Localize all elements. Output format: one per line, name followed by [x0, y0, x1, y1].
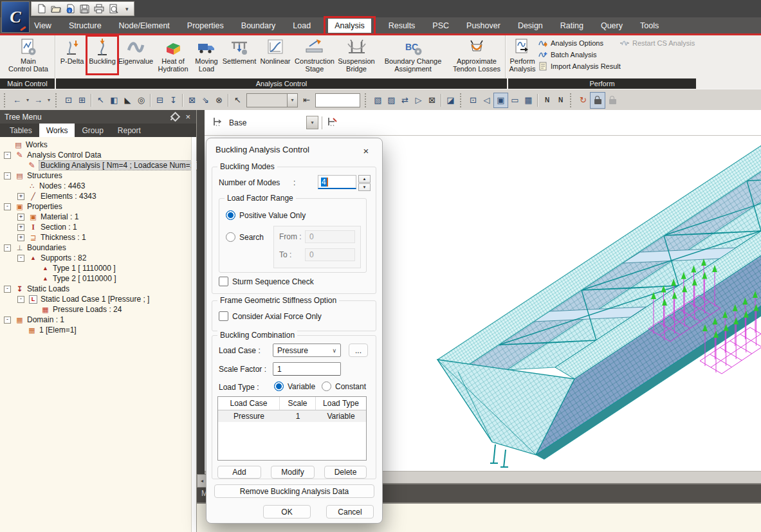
menu-structure[interactable]: Structure — [69, 21, 102, 30]
panel-splitter[interactable] — [197, 110, 205, 532]
activate-reverse-button[interactable]: ⇄ — [398, 93, 412, 107]
remove-buckling-analysis-data-button[interactable]: Remove Buckling Analysis Data — [214, 484, 374, 498]
ok-button[interactable]: OK — [263, 505, 311, 518]
main-control-data-button[interactable]: Main Control Data — [3, 35, 54, 78]
iso-view-button[interactable]: ▣ — [493, 93, 508, 108]
menu-boundary[interactable]: Boundary — [241, 21, 276, 30]
tree-item-static-loads[interactable]: -↧Static Loads — [0, 284, 196, 294]
constant-radio[interactable]: Constant — [322, 381, 366, 391]
table-row[interactable]: Pressure 1 Variable — [218, 410, 366, 422]
node-table-button[interactable]: ⊡ — [62, 93, 75, 107]
project-info-icon[interactable]: i — [66, 4, 75, 14]
qat-dropdown-icon[interactable]: ▾ — [125, 6, 129, 12]
tree-expander[interactable]: - — [17, 255, 24, 262]
menu-query[interactable]: Query — [601, 21, 623, 30]
initial-view-button[interactable]: ⊡ — [466, 93, 480, 107]
consider-axial-force-checkbox[interactable]: Consider Axial Force Only — [219, 311, 322, 321]
eigenvalue-button[interactable]: Eigenvalue — [117, 35, 154, 78]
tree-scrollbar[interactable] — [191, 137, 196, 532]
undo-caret-icon[interactable]: ▾ — [24, 93, 32, 107]
batch-analysis-button[interactable]: Batch Analysis — [538, 50, 621, 59]
menu-pushover[interactable]: Pushover — [466, 21, 500, 30]
menu-rating[interactable]: Rating — [560, 21, 583, 30]
tree-item-domain-1[interactable]: ▦1 [Elem=1] — [0, 325, 196, 335]
construction-stage-button[interactable]: Construction Stage — [293, 35, 336, 78]
tree-item-section[interactable]: +ISection : 1 — [0, 222, 196, 232]
p-delta-button[interactable]: P-Delta — [57, 35, 87, 78]
tree-item-static-load-case[interactable]: -LStatic Load Case 1 [Pressure ; ] — [0, 294, 196, 304]
activate-identity-button[interactable]: ⊠ — [425, 93, 439, 107]
analysis-options-button[interactable]: Analysis Options — [538, 39, 621, 48]
tree-expander[interactable]: + — [17, 234, 24, 241]
modify-button[interactable]: Modify — [271, 466, 315, 479]
open-file-icon[interactable] — [51, 4, 61, 14]
node-number-button[interactable]: N — [540, 93, 554, 107]
tree-expander[interactable]: - — [17, 296, 24, 303]
zoom-fit-button[interactable]: ◪ — [444, 93, 457, 107]
menu-load[interactable]: Load — [293, 21, 311, 30]
tree-expander[interactable]: - — [4, 152, 11, 159]
select-single-button[interactable]: ↖ — [94, 93, 107, 107]
perform-analysis-button[interactable]: Perform Analysis — [507, 35, 538, 78]
tree-item-properties[interactable]: -▣Properties — [0, 201, 196, 212]
menu-psc[interactable]: PSC — [432, 21, 449, 30]
tree-expander[interactable]: - — [4, 316, 11, 324]
stage-name[interactable]: Base — [229, 118, 246, 127]
to-field[interactable]: 0 — [305, 248, 355, 261]
save-icon[interactable] — [80, 4, 89, 14]
variable-radio[interactable]: Variable — [274, 381, 315, 391]
cancel-button[interactable]: Cancel — [326, 505, 374, 518]
tree-item-domain[interactable]: -▦Domain : 1 — [0, 315, 196, 325]
tree-item-support-type1[interactable]: ▲Type 1 [ 1110000 ] — [0, 263, 196, 273]
tree-item-structures[interactable]: -▤Structures — [0, 170, 196, 181]
print-preview-icon[interactable] — [109, 4, 118, 14]
tree-expander[interactable]: + — [17, 214, 24, 221]
tree-expander[interactable]: - — [4, 286, 11, 293]
select-all-button[interactable]: ⊠ — [185, 93, 199, 107]
dialog-close-icon[interactable]: × — [356, 142, 376, 159]
tree-item-buckling-analysis[interactable]: ✎Buckling Analysis [ Nm=4 ; Loadcase Num… — [0, 160, 196, 170]
select-intersect-button[interactable]: ◎ — [134, 93, 148, 107]
unselect-all-button[interactable]: ⊗ — [212, 93, 226, 107]
heat-of-hydration-button[interactable]: Heat of Hydration — [154, 35, 192, 78]
approximate-tendon-losses-button[interactable]: Approximate Tendon Losses — [449, 35, 504, 78]
refresh-button[interactable]: ↻ — [576, 93, 590, 107]
named-selection-combobox[interactable] — [315, 93, 360, 107]
tree-item-pressure-loads[interactable]: ▦Pressure Loads : 24 — [0, 304, 196, 315]
render-view-button[interactable]: ▦ — [522, 93, 535, 107]
delete-button[interactable]: Delete — [324, 466, 367, 479]
activate-button[interactable]: ▧ — [371, 93, 385, 107]
menu-node-element[interactable]: Node/Element — [119, 21, 170, 30]
tab-works[interactable]: Works — [39, 124, 75, 137]
define-stage-icon[interactable] — [327, 116, 338, 129]
pin-icon[interactable] — [170, 112, 181, 122]
select-window-button[interactable]: ◧ — [107, 93, 121, 107]
tree-expander[interactable]: + — [17, 193, 24, 200]
close-icon[interactable]: × — [185, 113, 190, 121]
unlock-model-button[interactable] — [590, 92, 605, 109]
combo-dropdown-icon[interactable]: ▾ — [287, 94, 297, 107]
unselect-window-button[interactable]: ⇘ — [199, 93, 212, 107]
select-previous-button[interactable]: ⊟ — [153, 93, 167, 107]
print-icon[interactable] — [94, 4, 104, 14]
lock-model-button[interactable] — [605, 93, 619, 108]
buckling-button[interactable]: Buckling — [87, 35, 117, 78]
tab-tables[interactable]: Tables — [3, 124, 39, 137]
tree-item-supports[interactable]: -▲Supports : 82 — [0, 253, 196, 263]
spin-down-icon[interactable]: ▼ — [358, 183, 371, 191]
tree-item-elements[interactable]: +╱Elements : 4343 — [0, 191, 196, 201]
stage-dropdown-icon[interactable]: ▾ — [306, 116, 318, 129]
positive-value-only-radio[interactable]: Positive Value Only — [226, 210, 306, 220]
new-file-icon[interactable] — [37, 4, 46, 14]
search-radio[interactable]: Search — [226, 232, 264, 242]
menu-analysis-active[interactable]: Analysis — [328, 19, 371, 33]
settlement-button[interactable]: Settlement — [221, 35, 257, 78]
tree-item-nodes[interactable]: ∴Nodes : 4463 — [0, 181, 196, 191]
moving-load-button[interactable]: Moving Load — [192, 35, 221, 78]
select-polygon-button[interactable]: ◣ — [121, 93, 134, 107]
suspension-bridge-button[interactable]: Suspension Bridge — [336, 35, 377, 78]
select-identity-button[interactable]: ⇤ — [300, 93, 313, 107]
element-number-button[interactable]: N — [554, 93, 567, 107]
select-recent-button[interactable]: ↧ — [167, 93, 180, 107]
menu-view[interactable]: View — [34, 21, 51, 30]
